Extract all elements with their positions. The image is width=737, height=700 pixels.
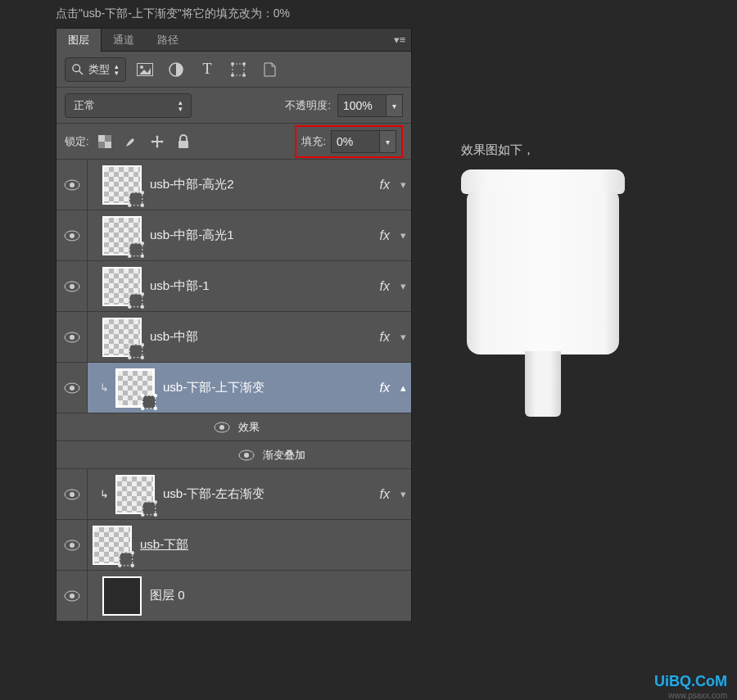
watermark-sub: www.psaxx.com (668, 691, 727, 700)
svg-point-39 (128, 343, 131, 346)
layer-name[interactable]: usb-中部 (147, 329, 375, 345)
tab-paths[interactable]: 路径 (146, 29, 190, 52)
svg-point-42 (141, 355, 144, 359)
layer-name[interactable]: usb-中部-1 (147, 278, 375, 294)
svg-point-49 (154, 406, 157, 409)
filter-type-label: 类型 (88, 62, 110, 77)
layer-row[interactable]: usb-中部-1 fx ▾ (57, 261, 411, 312)
svg-point-27 (128, 254, 131, 257)
svg-point-19 (141, 191, 144, 194)
layer-name[interactable]: usb-中部-高光2 (147, 177, 375, 192)
svg-point-41 (128, 355, 131, 359)
visibility-toggle[interactable] (57, 160, 88, 210)
chevron-down-icon[interactable] (386, 95, 402, 116)
tab-channels[interactable]: 通道 (102, 29, 146, 52)
blend-mode-value: 正常 (74, 98, 95, 113)
filter-adjustment-icon[interactable] (164, 57, 188, 82)
fx-icon[interactable]: fx (375, 330, 395, 345)
layer-name[interactable]: usb-下部-上下渐变 (160, 380, 375, 395)
visibility-toggle[interactable] (57, 469, 88, 519)
shape-badge-icon (127, 241, 145, 259)
svg-point-67 (131, 563, 134, 567)
fill-label: 填充: (301, 134, 326, 149)
shape-badge-icon (127, 190, 145, 208)
visibility-toggle[interactable] (57, 571, 88, 621)
svg-point-21 (141, 203, 144, 206)
panel-tabs: 图层 通道 路径 ▾≡ (57, 29, 411, 52)
chevron-down-icon[interactable]: ▾ (395, 229, 411, 242)
chevron-down-icon[interactable]: ▾ (395, 488, 411, 500)
search-icon (72, 64, 84, 75)
opacity-input[interactable] (338, 95, 386, 116)
visibility-toggle[interactable] (57, 363, 88, 413)
svg-point-8 (242, 62, 246, 65)
filter-smartobject-icon[interactable] (257, 57, 282, 82)
svg-point-69 (70, 594, 75, 598)
layer-name[interactable]: 图层 0 (147, 588, 411, 603)
lock-brush-icon[interactable] (122, 133, 140, 151)
filter-type-dropdown[interactable]: 类型 ▴▾ (65, 57, 126, 82)
shape-badge-icon (127, 291, 145, 309)
layer-name[interactable]: usb-中部-高光1 (147, 228, 375, 243)
layer-row[interactable]: ↳ usb-下部-左右渐变 fx ▾ (57, 469, 411, 520)
fx-icon[interactable]: fx (375, 178, 395, 192)
filter-shape-icon[interactable] (226, 57, 251, 82)
effect-gradient-overlay-row[interactable]: 渐变叠加 (57, 441, 411, 469)
visibility-toggle[interactable] (57, 312, 88, 362)
svg-marker-4 (139, 68, 151, 75)
clip-arrow-icon: ↳ (97, 488, 111, 500)
svg-rect-13 (105, 142, 111, 148)
fx-icon[interactable]: fx (375, 279, 395, 294)
lock-transparent-icon[interactable] (96, 133, 114, 151)
blend-mode-dropdown[interactable]: 正常 ▴▾ (65, 93, 192, 118)
layers-list: usb-中部-高光2 fx ▾ usb-中部-高光1 fx ▾ (57, 160, 411, 621)
lock-all-icon[interactable] (174, 133, 192, 151)
fx-icon[interactable]: fx (375, 381, 395, 395)
svg-line-1 (79, 70, 83, 74)
visibility-toggle[interactable] (57, 520, 88, 570)
charger-illustration (461, 169, 625, 417)
effects-header-row[interactable]: 效果 (57, 413, 411, 441)
filter-image-icon[interactable] (133, 57, 157, 82)
layer-row[interactable]: 图层 0 (57, 571, 411, 621)
fx-icon[interactable]: fx (375, 228, 395, 243)
layer-row[interactable]: usb-下部 (57, 520, 411, 571)
shape-badge-icon (140, 499, 158, 517)
layer-row[interactable]: usb-中部-高光1 fx ▾ (57, 210, 411, 261)
filter-row: 类型 ▴▾ T (57, 52, 411, 88)
svg-point-40 (141, 343, 144, 346)
layer-row-selected[interactable]: ↳ usb-下部-上下渐变 fx ▴ (57, 363, 411, 413)
svg-point-62 (70, 543, 75, 548)
svg-point-64 (118, 551, 121, 554)
visibility-toggle[interactable] (235, 441, 258, 468)
svg-point-7 (231, 62, 234, 65)
chevron-down-icon[interactable]: ▾ (395, 331, 411, 343)
layers-panel: 图层 通道 路径 ▾≡ 类型 ▴▾ T (56, 28, 412, 622)
layer-row[interactable]: usb-中部 fx ▾ (57, 312, 411, 363)
panel-menu-icon[interactable]: ▾≡ (388, 34, 411, 46)
svg-rect-14 (179, 141, 188, 148)
filter-text-icon[interactable]: T (195, 57, 219, 82)
dropdown-arrows-icon: ▴▾ (179, 99, 183, 112)
fx-icon[interactable]: fx (375, 487, 395, 502)
visibility-toggle[interactable] (210, 413, 233, 440)
chevron-down-icon[interactable] (379, 131, 396, 152)
svg-point-48 (141, 406, 144, 409)
visibility-toggle[interactable] (57, 261, 88, 311)
layer-name[interactable]: usb-下部 (137, 537, 411, 553)
layer-row[interactable]: usb-中部-高光2 fx ▾ (57, 160, 411, 210)
svg-rect-63 (120, 553, 133, 566)
chevron-down-icon[interactable]: ▾ (395, 280, 411, 292)
fill-field[interactable] (331, 130, 396, 153)
tab-layers[interactable]: 图层 (57, 29, 102, 52)
opacity-field[interactable] (337, 94, 403, 117)
layer-name[interactable]: usb-下部-左右渐变 (160, 486, 375, 502)
fill-input[interactable] (332, 131, 379, 152)
visibility-toggle[interactable] (57, 210, 88, 260)
chevron-down-icon[interactable]: ▾ (395, 178, 411, 191)
svg-rect-38 (129, 345, 142, 358)
svg-point-25 (128, 242, 131, 245)
svg-point-18 (128, 191, 131, 194)
chevron-up-icon[interactable]: ▴ (395, 382, 411, 394)
lock-move-icon[interactable] (148, 133, 166, 151)
